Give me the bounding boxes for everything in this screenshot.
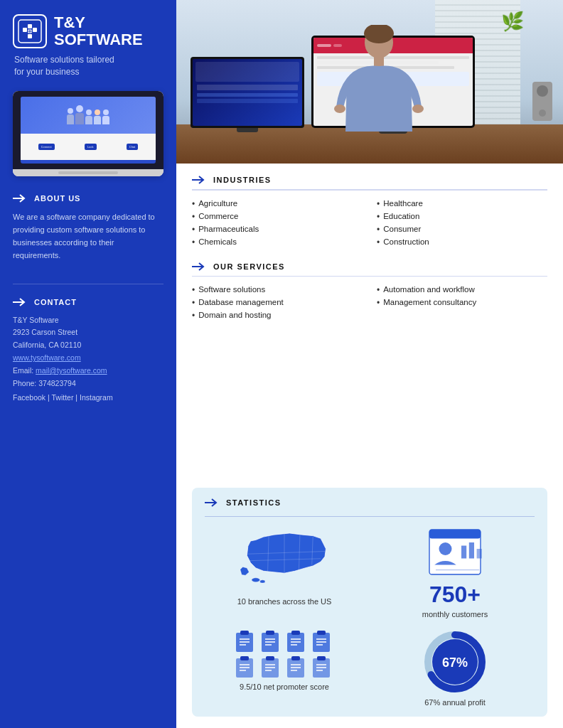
brand-name-line1: T&Y — [54, 14, 143, 31]
contact-email-label: Email: — [13, 366, 36, 375]
contact-email-row: Email: mail@tysoftware.com — [13, 365, 163, 378]
donut-chart-svg: 67% — [423, 630, 487, 694]
laptop-btn-look: Look — [85, 144, 97, 150]
donut-chart: 67% — [423, 630, 487, 694]
stats-grid: 10 branches across the US — [205, 525, 535, 707]
contact-header: CONTACT — [13, 297, 163, 307]
about-us-body: We are a software company dedicated to p… — [13, 210, 163, 262]
usa-map-icon — [227, 525, 341, 593]
services-divider — [192, 276, 547, 277]
customer-report-icon — [423, 525, 487, 579]
brand-name-line2: SOFTWARE — [54, 31, 143, 48]
svg-rect-49 — [317, 631, 326, 635]
contact-social[interactable]: Facebook | Twitter | Instagram — [13, 392, 163, 405]
list-item-chemicals: Chemicals — [192, 236, 363, 249]
svg-point-25 — [260, 580, 265, 583]
stat-profit-visual: 67% — [375, 630, 535, 694]
stat-profit-label: 67% annual profit — [424, 698, 486, 707]
laptop-mockup: Connect Look Chat — [13, 91, 163, 176]
svg-rect-27 — [429, 530, 481, 539]
svg-rect-34 — [240, 631, 249, 635]
stat-customers-label: monthly customers — [422, 610, 488, 619]
list-item-automation: Automation and workflow — [377, 284, 547, 296]
list-item-education: Education — [377, 210, 547, 223]
left-monitor — [191, 57, 304, 128]
industries-section: INDUSTRIES Agriculture Commerce Pharmace… — [192, 175, 547, 249]
content-sections: INDUSTRIES Agriculture Commerce Pharmace… — [176, 164, 563, 488]
contact-company: T&Y Software — [13, 314, 163, 327]
svg-rect-4 — [28, 34, 32, 38]
logo-area: T&Y SOFTWARE — [13, 14, 163, 48]
logo-icon — [13, 14, 47, 48]
contact-address2: California, CA 02110 — [13, 339, 163, 352]
sidebar: T&Y SOFTWARE Software solutions tailored… — [0, 0, 176, 728]
stats-title: STATISTICS — [226, 498, 282, 507]
hero-desk-scene: 🌿 — [176, 0, 563, 164]
svg-rect-64 — [291, 656, 300, 660]
contact-email[interactable]: mail@tysoftware.com — [36, 366, 107, 375]
list-item-domain: Domain and hosting — [192, 309, 363, 322]
main-content: 🌿 — [176, 0, 563, 728]
services-section: OUR SERVICES Software solutions Database… — [192, 262, 547, 323]
stats-arrow-icon — [205, 498, 220, 508]
contact-phone: Phone: 374823794 — [13, 378, 163, 390]
svg-rect-30 — [469, 542, 474, 559]
svg-text:67%: 67% — [442, 655, 468, 670]
svg-rect-69 — [317, 656, 326, 660]
services-header: OUR SERVICES — [192, 262, 547, 272]
contact-website[interactable]: www.tysoftware.com — [13, 352, 163, 365]
svg-rect-54 — [240, 656, 249, 660]
svg-point-14 — [412, 105, 424, 113]
list-item-agriculture: Agriculture — [192, 198, 363, 210]
list-item-software-solutions: Software solutions — [192, 284, 363, 296]
svg-rect-39 — [266, 631, 274, 635]
stat-promoter: 9.5/10 net promoter score — [205, 630, 364, 707]
person-silhouette — [333, 25, 425, 132]
about-us-arrow-icon — [13, 193, 28, 203]
svg-point-13 — [334, 105, 345, 113]
svg-rect-2 — [33, 28, 37, 32]
plant-icon: 🌿 — [501, 11, 524, 33]
people-group — [67, 105, 109, 124]
list-item-consumer: Consumer — [377, 223, 547, 236]
contact-title: CONTACT — [34, 298, 77, 306]
speaker-icon — [532, 82, 552, 121]
svg-point-28 — [439, 542, 452, 555]
svg-rect-31 — [477, 549, 482, 559]
svg-rect-59 — [266, 656, 274, 660]
contact-address1: 2923 Carson Street — [13, 326, 163, 339]
sidebar-divider-1 — [13, 284, 163, 284]
stats-divider — [205, 516, 535, 518]
industries-list: Agriculture Commerce Pharmaceuticals Che… — [192, 198, 547, 249]
page: T&Y SOFTWARE Software solutions tailored… — [0, 0, 563, 728]
svg-rect-29 — [461, 546, 466, 559]
hero-image: 🌿 — [176, 0, 563, 164]
statistics-section: STATISTICS — [192, 488, 547, 717]
stat-promoter-label: 9.5/10 net promoter score — [240, 682, 329, 691]
list-item-healthcare: Healthcare — [377, 198, 547, 210]
svg-rect-1 — [23, 28, 27, 32]
about-us-title: ABOUT US — [34, 194, 80, 203]
industries-divider — [192, 189, 547, 191]
stat-profit: 67% 67% annual profit — [375, 630, 535, 707]
contact-info: T&Y Software 2923 Carson Street Californ… — [13, 314, 163, 405]
stat-branches-label: 10 branches across the US — [237, 597, 332, 606]
stat-promoter-visual — [205, 630, 364, 678]
stat-customers: 750+ monthly customers — [375, 525, 535, 619]
list-item-construction: Construction — [377, 236, 547, 249]
stats-header: STATISTICS — [205, 498, 535, 508]
industries-arrow-icon — [192, 175, 208, 185]
services-list: Software solutions Database management D… — [192, 284, 547, 322]
svg-rect-44 — [291, 631, 300, 635]
contact-arrow-icon — [13, 297, 28, 307]
industries-title: INDUSTRIES — [213, 176, 272, 184]
list-item-management: Management consultancy — [377, 296, 547, 309]
stat-branches: 10 branches across the US — [205, 525, 364, 619]
laptop-btn-connect: Connect — [38, 144, 55, 150]
stat-customers-visual — [375, 525, 535, 579]
svg-rect-3 — [28, 24, 32, 28]
laptop-btn-chat: Chat — [127, 144, 138, 150]
stat-customers-number: 750+ — [429, 583, 481, 606]
stat-map-visual — [205, 525, 364, 593]
list-item-commerce: Commerce — [192, 210, 363, 223]
